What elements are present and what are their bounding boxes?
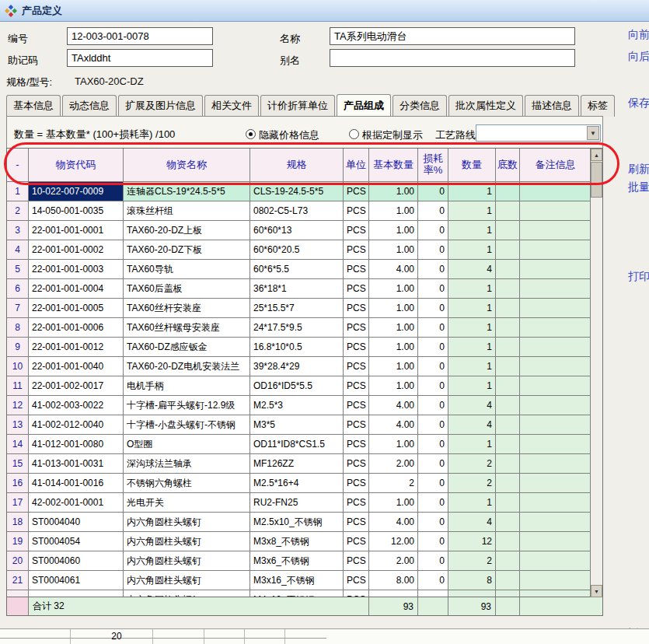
cell-qty[interactable]: 1 (448, 221, 496, 240)
tab-extended-picture-info[interactable]: 扩展及图片信息 (118, 95, 203, 117)
cell-unit[interactable]: PCS (344, 571, 369, 590)
cell-base[interactable] (496, 571, 520, 590)
column-header-row-marker[interactable]: - (7, 149, 29, 182)
cell-unit[interactable]: PCS (344, 435, 369, 454)
cell-loss-rate[interactable]: 0 (418, 260, 448, 279)
cell-material-code[interactable]: ST0004054 (29, 532, 124, 551)
tab-pricing-unit[interactable]: 计价折算单位 (260, 95, 335, 117)
cell-loss-rate[interactable]: 0 (418, 201, 448, 221)
tab-description-info[interactable]: 描述信息 (525, 95, 579, 117)
cell-spec[interactable]: RU2-FN25 (250, 493, 344, 513)
column-header-loss-rate[interactable]: 损耗率% (418, 149, 448, 182)
cell-basic-qty[interactable]: 2.00 (369, 454, 418, 474)
cell-loss-rate[interactable]: 0 (418, 493, 448, 513)
cell-remark[interactable] (520, 513, 591, 532)
cell-material-name[interactable]: 十字槽-小盘头螺钉-不锈钢 (124, 415, 250, 435)
title-bar[interactable]: 产品定义 (0, 0, 649, 22)
column-header-qty[interactable]: 数量 (448, 149, 496, 182)
cell-spec[interactable]: M3*5 (250, 415, 344, 435)
cell-qty[interactable]: 4 (448, 260, 496, 279)
cell-base[interactable] (496, 454, 520, 474)
cell-basic-qty[interactable]: 1.00 (369, 376, 418, 396)
cell-qty[interactable]: 4 (448, 396, 496, 415)
cell-basic-qty[interactable]: 4.00 (369, 513, 418, 532)
tab-basic-info[interactable]: 基本信息 (6, 95, 61, 117)
cell-material-name[interactable]: TAX60丝杆安装座 (124, 299, 250, 318)
scroll-up-icon[interactable]: ▲ (591, 149, 602, 161)
cell-spec[interactable]: 25*15.5*7 (250, 299, 344, 318)
cell-unit[interactable]: PCS (344, 240, 369, 260)
cell-spec[interactable]: 60*60*20.5 (250, 240, 344, 260)
cell-basic-qty[interactable]: 1.00 (369, 182, 418, 201)
cell-qty[interactable]: 1 (448, 201, 496, 221)
cell-material-code[interactable]: 41-002-003-0022 (29, 396, 124, 415)
cell-qty[interactable]: 4 (448, 415, 496, 435)
cell-basic-qty[interactable]: 12.00 (369, 532, 418, 551)
cell-base[interactable] (496, 532, 520, 551)
name-field[interactable]: TA系列电动滑台 (330, 27, 575, 45)
cell-spec[interactable]: M2.5x10_不锈钢 (250, 513, 344, 532)
cell-unit[interactable]: PCS (344, 279, 369, 299)
cell-material-name[interactable]: TAX60-DZ感应钣金 (124, 338, 250, 357)
cell-base[interactable] (496, 376, 520, 396)
cell-qty[interactable]: 1 (448, 182, 496, 201)
table-row[interactable]: 19ST0004054内六角圆柱头螺钉M3x8_不锈钢PCS12.00012 (7, 532, 591, 551)
custom-display-radio[interactable] (349, 129, 359, 139)
cell-basic-qty[interactable]: 4.00 (369, 396, 418, 415)
chevron-down-icon[interactable]: ▼ (587, 126, 599, 140)
cell-remark[interactable] (520, 221, 591, 240)
cell-material-code[interactable]: 22-001-001-0006 (29, 318, 124, 338)
table-row[interactable]: 1742-002-001-0001光电开关RU2-FN25PCS1.0001 (7, 493, 591, 513)
cell-spec[interactable]: M2.5*3 (250, 396, 344, 415)
column-header-remark[interactable]: 备注信息 (520, 149, 591, 182)
cell-material-code[interactable]: ST0004040 (29, 513, 124, 532)
cell-qty[interactable]: 1 (448, 240, 496, 260)
cell-base[interactable] (496, 338, 520, 357)
cell-base[interactable] (496, 260, 520, 279)
process-route-combobox[interactable]: ▼ (476, 124, 601, 142)
table-row[interactable]: 214-050-001-0035滚珠丝杆组0802-C5-L73PCS1.000… (7, 201, 591, 221)
cell-spec[interactable]: 16.8*10*0.5 (250, 338, 344, 357)
hide-price-radio-label[interactable]: 隐藏价格信息 (259, 128, 319, 142)
column-header-material-name[interactable]: 物资名称 (124, 149, 250, 182)
cell-loss-rate[interactable]: 0 (418, 221, 448, 240)
cell-base[interactable] (496, 221, 520, 240)
cell-qty[interactable]: 1 (448, 493, 496, 513)
cell-loss-rate[interactable]: 0 (418, 357, 448, 376)
cell-base[interactable] (496, 415, 520, 435)
cell-remark[interactable] (520, 357, 591, 376)
cell-unit[interactable]: PCS (344, 551, 369, 571)
cell-material-name[interactable]: 内六角圆柱头螺钉 (124, 551, 250, 571)
cell-loss-rate[interactable]: 0 (418, 435, 448, 454)
cell-qty[interactable]: 12 (448, 532, 496, 551)
cell-material-code[interactable]: ST0004060 (29, 551, 124, 571)
cell-base[interactable] (496, 474, 520, 493)
cell-material-code[interactable]: 41-013-001-0031 (29, 454, 124, 474)
cell-spec[interactable]: MF126ZZ (250, 454, 344, 474)
custom-display-radio-label[interactable]: 根据定制显示 (362, 128, 423, 142)
cell-base[interactable] (496, 551, 520, 571)
cell-loss-rate[interactable]: 0 (418, 182, 448, 201)
cell-unit[interactable]: PCS (344, 493, 369, 513)
cell-remark[interactable] (520, 240, 591, 260)
cell-basic-qty[interactable]: 4.00 (369, 415, 418, 435)
table-row[interactable]: 1341-002-012-0040十字槽-小盘头螺钉-不锈钢M3*5PCS4.0… (7, 415, 591, 435)
tab-product-composition[interactable]: 产品组成 (337, 94, 391, 117)
column-header-unit[interactable]: 单位 (344, 149, 369, 182)
column-header-base[interactable]: 底数 (496, 149, 520, 182)
table-row[interactable]: 1441-012-001-0080O型圈OD11*ID8*CS1.5PCS1.0… (7, 435, 591, 454)
cell-loss-rate[interactable]: 0 (418, 571, 448, 590)
cell-remark[interactable] (520, 551, 591, 571)
tab-related-files[interactable]: 相关文件 (204, 95, 259, 117)
cell-remark[interactable] (520, 493, 591, 513)
cell-remark[interactable] (520, 299, 591, 318)
cell-qty[interactable]: 1 (448, 357, 496, 376)
cell-basic-qty[interactable]: 2.00 (369, 551, 418, 571)
cell-material-code[interactable]: 22-001-001-0012 (29, 338, 124, 357)
scroll-down-icon[interactable]: ▼ (591, 585, 602, 597)
cell-loss-rate[interactable]: 0 (418, 376, 448, 396)
cell-material-code[interactable]: 22-001-001-0005 (29, 299, 124, 318)
cell-material-code[interactable]: 22-001-001-0001 (29, 221, 124, 240)
cell-basic-qty[interactable]: 1.00 (369, 357, 418, 376)
refresh-button[interactable]: 刷新 (628, 163, 649, 177)
